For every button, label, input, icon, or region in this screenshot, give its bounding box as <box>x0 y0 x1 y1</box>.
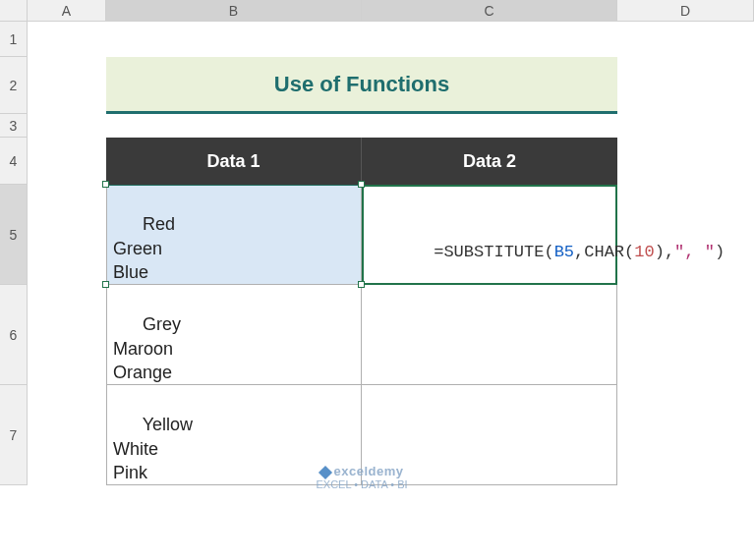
col-header-c[interactable]: C <box>362 0 617 22</box>
formula-text: =SUBSTITUTE(B5,CHAR(10),", ") <box>374 224 725 280</box>
row-header-2[interactable]: 2 <box>0 57 28 114</box>
row-header-5[interactable]: 5 <box>0 185 28 285</box>
row-header-3[interactable]: 3 <box>0 114 28 138</box>
col-header-a[interactable]: A <box>28 0 106 22</box>
cell-b6[interactable]: Grey Maroon Orange <box>106 285 362 385</box>
table-header-data1[interactable]: Data 1 <box>106 138 362 185</box>
row-header-4[interactable]: 4 <box>0 138 28 185</box>
selection-handle[interactable] <box>358 181 365 188</box>
select-all-corner[interactable] <box>0 0 28 22</box>
col-header-d[interactable]: D <box>617 0 754 22</box>
cell-c6[interactable] <box>362 285 617 385</box>
row-header-6[interactable]: 6 <box>0 285 28 385</box>
spreadsheet[interactable]: A B C D 1 2 3 4 5 6 7 Use of Functions D… <box>0 0 754 560</box>
cell-b5[interactable]: Red Green Blue <box>106 185 362 285</box>
cell-b7[interactable]: Yellow White Pink <box>106 385 362 485</box>
selection-handle[interactable] <box>102 181 109 188</box>
row-header-1[interactable]: 1 <box>0 22 28 57</box>
cell-c7[interactable] <box>362 385 617 485</box>
col-header-b[interactable]: B <box>106 0 362 22</box>
table-header-data2[interactable]: Data 2 <box>362 138 617 185</box>
selection-handle[interactable] <box>102 281 109 288</box>
selection-handle[interactable] <box>358 281 365 288</box>
row-header-7[interactable]: 7 <box>0 385 28 485</box>
page-title: Use of Functions <box>106 57 617 114</box>
